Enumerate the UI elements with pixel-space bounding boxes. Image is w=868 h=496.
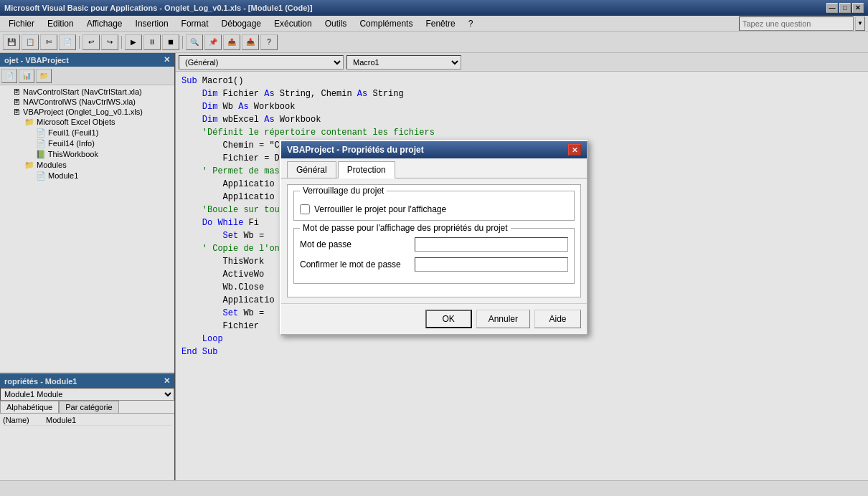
dialog-title-bar: VBAProject - Propriétés du projet ✕ — [281, 141, 587, 158]
lock-checkbox-label: Verrouiller le projet pour l'affichage — [314, 204, 446, 214]
password-group-label: Mot de passe pour l'affichage des propri… — [300, 223, 511, 233]
lock-checkbox-row: Verrouiller le projet pour l'affichage — [300, 204, 568, 214]
lock-group: Verrouillage du projet Verrouiller le pr… — [293, 191, 575, 221]
confirm-password-input[interactable] — [415, 257, 568, 272]
dialog-tab-general[interactable]: Général — [287, 161, 336, 178]
password-input[interactable] — [415, 237, 568, 252]
confirm-label: Confirmer le mot de passe — [300, 259, 415, 270]
dialog-close-button[interactable]: ✕ — [568, 144, 581, 156]
dialog-cancel-button[interactable]: Annuler — [476, 310, 530, 328]
dialog-tab-protection[interactable]: Protection — [338, 161, 395, 178]
dialog-help-button[interactable]: Aide — [534, 310, 581, 328]
modal-overlay: VBAProject - Propriétés du projet ✕ Géné… — [0, 0, 868, 496]
dialog-body: Verrouillage du projet Verrouiller le pr… — [287, 184, 581, 297]
confirm-field-row: Confirmer le mot de passe — [300, 257, 568, 272]
dialog-footer: OK Annuler Aide — [281, 303, 587, 334]
lock-group-label: Verrouillage du projet — [300, 186, 387, 196]
password-group: Mot de passe pour l'affichage des propri… — [293, 228, 575, 284]
project-properties-dialog: VBAProject - Propriétés du projet ✕ Géné… — [280, 140, 588, 335]
password-field-row: Mot de passe — [300, 237, 568, 252]
password-label: Mot de passe — [300, 239, 415, 249]
dialog-tabs: Général Protection — [281, 158, 587, 178]
dialog-title-text: VBAProject - Propriétés du projet — [287, 145, 424, 155]
dialog-ok-button[interactable]: OK — [425, 310, 472, 328]
lock-checkbox[interactable] — [300, 204, 310, 214]
